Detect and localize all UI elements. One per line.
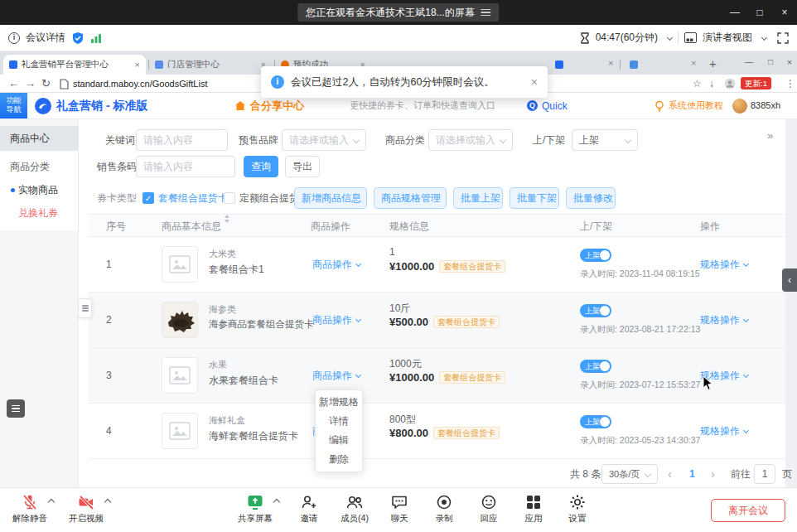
forward-button[interactable]: → [25, 75, 36, 93]
product-operation-link[interactable]: 商品操作 [312, 293, 360, 348]
add-product-button[interactable]: 新增商品信息 [294, 187, 367, 209]
caret-up-icon[interactable] [48, 499, 55, 505]
network-signal-icon[interactable] [90, 32, 102, 44]
url-text[interactable]: standard.maboy.cn/GoodsGiftList [73, 75, 207, 93]
browser-tab-active[interactable]: 礼盒营销平台管理中心 × [3, 55, 146, 75]
page-number[interactable]: 1 [689, 464, 695, 484]
sort-icon[interactable] [225, 215, 229, 238]
settings-button[interactable]: 设置 [554, 493, 601, 525]
spec-operation-link[interactable]: 规格操作 [700, 293, 748, 348]
sidebar-item-voucher[interactable]: 兑换礼券 [0, 202, 78, 224]
function-nav-block[interactable]: 功能 导航 [0, 93, 27, 118]
download-icon[interactable]: ↓ [709, 75, 714, 93]
profile-icon[interactable] [724, 78, 736, 89]
screen-share-icon [246, 493, 264, 511]
invite-button[interactable]: 邀请 [286, 493, 332, 525]
avatar[interactable] [732, 99, 747, 114]
product-thumbnail [162, 246, 198, 283]
category-select[interactable]: 请选择或输入 [428, 129, 513, 151]
menu-item-add-spec[interactable]: 新增规格 [316, 393, 362, 412]
reload-button[interactable]: ↻ [41, 75, 51, 93]
tutorial-link[interactable]: 系统使用教程 [655, 93, 723, 118]
tab-favicon[interactable] [630, 60, 638, 69]
page-info-icon[interactable] [60, 79, 69, 89]
react-button[interactable]: 回应 [466, 493, 512, 525]
new-tab-button[interactable]: + [709, 56, 717, 70]
update-badge[interactable]: 更新:1 [741, 77, 771, 89]
shelf-toggle[interactable]: 上架 [580, 304, 611, 317]
batch-edit-button[interactable]: 批量修改 [566, 187, 616, 209]
price-text: ¥1000.00 [389, 371, 434, 384]
search-button[interactable]: 查询 [244, 156, 278, 177]
shelf-toggle[interactable]: 上架 [580, 249, 611, 262]
spec-operation-link[interactable]: 规格操作 [700, 404, 748, 459]
sidebar-item-physical[interactable]: 实物商品 [0, 179, 78, 201]
batch-off-button[interactable]: 批量下架 [510, 187, 559, 209]
panel-handle[interactable] [79, 298, 92, 318]
tab-close-icon[interactable]: × [135, 60, 140, 70]
record-button[interactable]: 录制 [421, 493, 467, 525]
screen-menu-icon[interactable] [481, 7, 491, 17]
apps-button[interactable]: 应用 [510, 493, 557, 525]
caret-up-icon[interactable] [273, 499, 280, 505]
meeting-info-icon[interactable]: i [8, 32, 20, 44]
next-page-button[interactable]: › [711, 464, 715, 484]
video-button[interactable]: 开启视频 [63, 493, 109, 525]
meeting-list-toggle[interactable] [7, 399, 25, 418]
menu-item-delete[interactable]: 删除 [316, 450, 362, 469]
keyword-input[interactable] [136, 129, 228, 151]
view-mode-label[interactable]: 演讲者视图 [703, 31, 752, 45]
tab-close-icon[interactable]: × [691, 58, 696, 68]
chat-button[interactable]: 聊天 [376, 493, 423, 525]
gear-icon [568, 493, 587, 511]
leave-meeting-button[interactable]: 离开会议 [711, 499, 785, 522]
shelf-select[interactable]: 上架 [572, 129, 638, 151]
product-operation-link[interactable]: 商品操作 [312, 237, 360, 293]
barcode-input[interactable] [136, 156, 235, 177]
fullscreen-icon[interactable] [777, 32, 789, 44]
side-collapse-tab[interactable]: ‹ [782, 268, 797, 292]
mute-button[interactable]: 解除静音 [7, 493, 53, 525]
notification-close-icon[interactable]: × [531, 75, 538, 89]
product-name: 海参商品套餐组合提货卡 [209, 318, 314, 331]
share-screen-button[interactable]: 共享屏幕 [232, 493, 278, 525]
view-dropdown-icon[interactable] [761, 35, 767, 41]
maximize-button[interactable]: □ [747, 0, 772, 25]
prev-page-button[interactable]: ‹ [668, 464, 672, 484]
security-shield-icon[interactable] [71, 31, 85, 45]
col-op: 商品操作 [311, 215, 350, 238]
meeting-timer[interactable]: 04:47(60分钟) [596, 31, 658, 45]
shelf-toggle[interactable]: 上架 [580, 360, 611, 373]
caret-up-icon[interactable] [104, 499, 111, 505]
product-thumbnail [162, 357, 198, 394]
members-button[interactable]: 成员(4) [331, 493, 378, 525]
watching-banner: 您正在观看金禾通技术王斌18...的屏幕 [297, 3, 499, 22]
star-bookmark-icon[interactable]: ☆ [693, 75, 702, 93]
meeting-details-label[interactable]: 会议详情 [26, 31, 65, 45]
export-button[interactable]: 导出 [285, 156, 320, 177]
page-size-select[interactable]: 30条/页 [601, 464, 658, 484]
timer-dropdown-icon[interactable] [667, 35, 673, 41]
sidebar-title[interactable]: 商品中心 [0, 126, 79, 151]
browser-minimize-button[interactable]: — [739, 51, 759, 73]
filter-collapse-icon[interactable]: » [767, 129, 773, 142]
browser-close-button[interactable]: × [782, 51, 797, 73]
tab-favicon[interactable] [555, 60, 563, 69]
menu-item-edit[interactable]: 编辑 [316, 431, 362, 450]
kebab-menu-icon[interactable]: ⋮ [785, 75, 795, 93]
menu-item-details[interactable]: 详情 [316, 412, 362, 431]
spec-manage-button[interactable]: 商品规格管理 [374, 187, 447, 209]
brand-select[interactable]: 请选择或输入 [282, 129, 366, 151]
browser-maximize-button[interactable]: □ [761, 51, 780, 73]
minimize-button[interactable]: — [722, 0, 747, 25]
shelf-toggle[interactable]: 上架 [580, 415, 611, 428]
spec-operation-link[interactable]: 规格操作 [700, 237, 748, 293]
checkbox-package-combo[interactable]: ✓ 套餐组合提货卡 [142, 187, 228, 209]
back-button[interactable]: ← [8, 75, 19, 93]
close-button[interactable]: × [772, 0, 797, 25]
goto-page-input[interactable] [754, 464, 775, 484]
sidebar-group-label[interactable]: 商品分类 [0, 156, 78, 177]
browser-tab[interactable]: 门店管理中心 × [149, 55, 272, 75]
batch-on-button[interactable]: 批量上架 [453, 187, 503, 209]
tab-close-icon[interactable]: × [608, 58, 613, 68]
